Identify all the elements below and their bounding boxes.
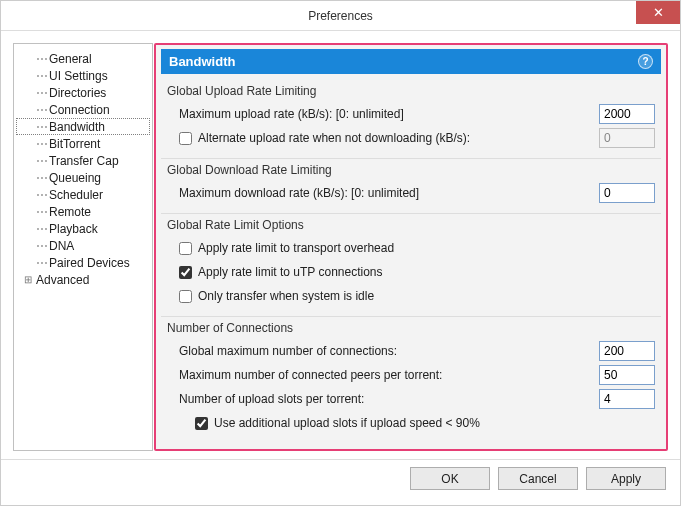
ok-button[interactable]: OK <box>410 467 490 490</box>
tree-item-label: Advanced <box>36 273 89 287</box>
global-conn-label: Global maximum number of connections: <box>179 344 599 358</box>
tree-item-label: Remote <box>49 205 91 219</box>
tree-dots: ⋯ <box>36 222 47 236</box>
section-options: Global Rate Limit Options Apply rate lim… <box>161 214 661 317</box>
tree-dots: ⋯ <box>36 239 47 253</box>
alt-upload-checkbox[interactable] <box>179 132 192 145</box>
close-icon: ✕ <box>653 5 664 20</box>
tree-item-label: Queueing <box>49 171 101 185</box>
tree-item-label: Playback <box>49 222 98 236</box>
tree-dots: ⋯ <box>36 205 47 219</box>
idle-label: Only transfer when system is idle <box>198 289 655 303</box>
tree-item-advanced[interactable]: ⊞ Advanced <box>16 271 150 288</box>
global-conn-input[interactable] <box>599 341 655 361</box>
tree-item-ui-settings[interactable]: ⋯ UI Settings <box>16 67 150 84</box>
max-upload-label: Maximum upload rate (kB/s): [0: unlimite… <box>179 107 599 121</box>
tree-dots: ⋯ <box>36 120 47 134</box>
max-download-input[interactable] <box>599 183 655 203</box>
tree-item-label: General <box>49 52 92 66</box>
apply-button[interactable]: Apply <box>586 467 666 490</box>
alt-upload-input <box>599 128 655 148</box>
tree-item-label: BitTorrent <box>49 137 100 151</box>
slots-input[interactable] <box>599 389 655 409</box>
max-upload-input[interactable] <box>599 104 655 124</box>
utp-label: Apply rate limit to uTP connections <box>198 265 655 279</box>
settings-pane: Bandwidth ? Global Upload Rate Limiting … <box>154 43 668 451</box>
tree-item-directories[interactable]: ⋯ Directories <box>16 84 150 101</box>
tree-dots: ⋯ <box>36 171 47 185</box>
close-button[interactable]: ✕ <box>636 1 680 24</box>
slots-label: Number of upload slots per torrent: <box>179 392 599 406</box>
tree-item-dna[interactable]: ⋯ DNA <box>16 237 150 254</box>
tree-item-general[interactable]: ⋯ General <box>16 50 150 67</box>
tree-item-playback[interactable]: ⋯ Playback <box>16 220 150 237</box>
download-heading: Global Download Rate Limiting <box>167 163 655 177</box>
section-upload: Global Upload Rate Limiting Maximum uplo… <box>161 80 661 159</box>
tree-item-connection[interactable]: ⋯ Connection <box>16 101 150 118</box>
extra-slots-checkbox[interactable] <box>195 417 208 430</box>
extra-slots-label: Use additional upload slots if upload sp… <box>214 416 655 430</box>
tree-dots: ⋯ <box>36 154 47 168</box>
peers-label: Maximum number of connected peers per to… <box>179 368 599 382</box>
window-title: Preferences <box>308 9 373 23</box>
options-heading: Global Rate Limit Options <box>167 218 655 232</box>
tree-item-queueing[interactable]: ⋯ Queueing <box>16 169 150 186</box>
tree-item-label: DNA <box>49 239 74 253</box>
help-icon[interactable]: ? <box>638 54 653 69</box>
pane-title: Bandwidth <box>169 54 235 69</box>
tree-dots: ⋯ <box>36 137 47 151</box>
expand-icon: ⊞ <box>24 274 36 285</box>
upload-heading: Global Upload Rate Limiting <box>167 84 655 98</box>
tree-dots: ⋯ <box>36 86 47 100</box>
tree-item-label: Paired Devices <box>49 256 130 270</box>
overhead-checkbox[interactable] <box>179 242 192 255</box>
category-tree[interactable]: ⋯ General⋯ UI Settings⋯ Directories⋯ Con… <box>13 43 153 451</box>
section-connections: Number of Connections Global maximum num… <box>161 317 661 443</box>
tree-item-bandwidth[interactable]: ⋯ Bandwidth <box>16 118 150 135</box>
pane-header: Bandwidth ? <box>161 49 661 74</box>
max-download-label: Maximum download rate (kB/s): [0: unlimi… <box>179 186 599 200</box>
tree-item-label: Scheduler <box>49 188 103 202</box>
tree-item-label: Bandwidth <box>49 120 105 134</box>
tree-item-label: UI Settings <box>49 69 108 83</box>
tree-dots: ⋯ <box>36 103 47 117</box>
overhead-label: Apply rate limit to transport overhead <box>198 241 655 255</box>
connections-heading: Number of Connections <box>167 321 655 335</box>
content-area: ⋯ General⋯ UI Settings⋯ Directories⋯ Con… <box>1 31 680 459</box>
tree-item-label: Transfer Cap <box>49 154 119 168</box>
footer: OK Cancel Apply <box>1 459 680 497</box>
alt-upload-label: Alternate upload rate when not downloadi… <box>198 131 599 145</box>
tree-item-bittorrent[interactable]: ⋯ BitTorrent <box>16 135 150 152</box>
peers-input[interactable] <box>599 365 655 385</box>
tree-item-transfer-cap[interactable]: ⋯ Transfer Cap <box>16 152 150 169</box>
titlebar: Preferences ✕ <box>1 1 680 31</box>
tree-dots: ⋯ <box>36 188 47 202</box>
tree-item-scheduler[interactable]: ⋯ Scheduler <box>16 186 150 203</box>
tree-dots: ⋯ <box>36 52 47 66</box>
cancel-button[interactable]: Cancel <box>498 467 578 490</box>
tree-item-label: Directories <box>49 86 106 100</box>
tree-dots: ⋯ <box>36 69 47 83</box>
tree-item-paired-devices[interactable]: ⋯ Paired Devices <box>16 254 150 271</box>
idle-checkbox[interactable] <box>179 290 192 303</box>
tree-dots: ⋯ <box>36 256 47 270</box>
tree-item-label: Connection <box>49 103 110 117</box>
section-download: Global Download Rate Limiting Maximum do… <box>161 159 661 214</box>
tree-item-remote[interactable]: ⋯ Remote <box>16 203 150 220</box>
utp-checkbox[interactable] <box>179 266 192 279</box>
